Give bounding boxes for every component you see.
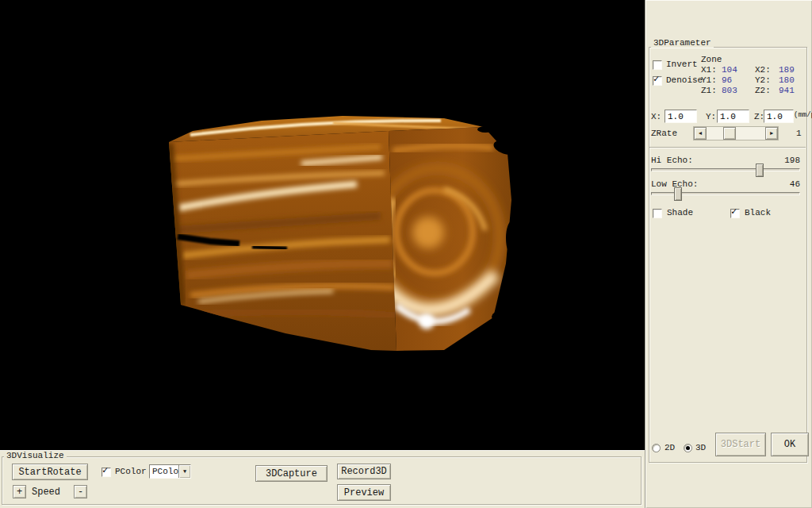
zone-z1-label: Z1: (701, 86, 717, 95)
zone-y2-label: Y2: (755, 75, 771, 85)
black-label: Black (745, 208, 771, 217)
checkmark-icon: ✓ (731, 207, 737, 217)
record3d-button[interactable]: Record3D (337, 464, 391, 479)
scale-x-label: X: (651, 112, 661, 121)
zone-z2-label: Z2: (755, 86, 771, 95)
scale-z-input[interactable] (764, 110, 794, 123)
zone-y1-value: 96 (722, 75, 732, 85)
visualize-panel: 3DVisualize StartRotate + Speed - ✓ PCol… (0, 450, 645, 508)
zone-label: Zone (701, 55, 722, 64)
zrate-scrollbar[interactable]: ◄ ► (693, 126, 779, 140)
hi-echo-value: 198 (764, 156, 800, 165)
invert-label: Invert (666, 60, 698, 69)
scale-y-label: Y: (706, 112, 716, 121)
zrate-scroll-thumb[interactable] (723, 127, 736, 140)
invert-checkbox[interactable] (653, 60, 662, 70)
black-checkbox[interactable]: ✓ (730, 209, 740, 218)
speed-minus-button[interactable]: - (74, 485, 87, 498)
dropdown-arrow-icon[interactable]: ▼ (178, 465, 190, 478)
parameter-group-title: 3DParameter (651, 38, 714, 48)
checkmark-icon: ✓ (102, 466, 108, 475)
start-rotate-button[interactable]: StartRotate (12, 464, 88, 480)
3d-viewport[interactable] (0, 0, 645, 450)
checkmark-icon: ✓ (653, 75, 659, 84)
zone-y2-value: 180 (779, 75, 795, 85)
denoise-checkbox[interactable]: ✓ (653, 76, 662, 86)
pcolor-checkbox[interactable]: ✓ (102, 468, 111, 477)
mode-2d-label: 2D (665, 443, 675, 452)
pcolor-label: PColor (115, 467, 147, 476)
shade-label: Shade (667, 208, 693, 217)
zone-x2-value: 189 (779, 65, 795, 75)
zone-z1-value: 803 (722, 86, 737, 95)
mode-2d-radio[interactable] (652, 444, 661, 452)
scale-y-input[interactable] (717, 110, 749, 123)
low-echo-slider-thumb[interactable] (674, 187, 682, 201)
speed-plus-button[interactable]: + (13, 485, 26, 498)
scroll-right-icon[interactable]: ► (765, 127, 778, 140)
mode-3d-radio[interactable] (684, 444, 692, 452)
hi-echo-slider-thumb[interactable] (756, 164, 764, 177)
low-echo-value: 46 (764, 179, 800, 189)
zone-x2-label: X2: (755, 65, 771, 75)
zone-z2-value: 941 (779, 86, 795, 95)
zone-y1-label: Y1: (701, 75, 717, 85)
hi-echo-slider[interactable] (651, 168, 800, 171)
ok-button[interactable]: OK (771, 433, 809, 456)
parameter-panel: 3DParameter Invert ✓ Denoise Zone X1: 10… (645, 0, 812, 508)
scroll-left-icon[interactable]: ◄ (694, 127, 707, 140)
zone-x1-value: 104 (722, 65, 737, 75)
zone-x1-label: X1: (701, 65, 717, 75)
visualize-group-title: 3DVisualize (4, 451, 67, 460)
preview-button[interactable]: Preview (337, 484, 391, 501)
scale-x-input[interactable] (665, 110, 697, 123)
separator-line (649, 147, 806, 148)
shade-checkbox[interactable] (653, 209, 662, 218)
speed-label: Speed (32, 487, 60, 498)
zrate-value: 1 (796, 129, 802, 138)
low-echo-slider[interactable] (651, 192, 800, 195)
ultrasound-volume-render (0, 0, 645, 450)
3dstart-button[interactable]: 3DStart (715, 433, 766, 456)
mode-3d-label: 3D (695, 443, 706, 452)
pcolor-select[interactable]: PColor ▼ (149, 464, 191, 479)
app-window: 3DParameter Invert ✓ Denoise Zone X1: 10… (0, 0, 812, 508)
zrate-label: ZRate (651, 129, 677, 138)
denoise-label: Denoise (666, 75, 703, 85)
3dcapture-button[interactable]: 3DCapture (255, 465, 327, 482)
scale-unit-label: (mm/p) (794, 111, 812, 119)
hi-echo-label: Hi Echo: (651, 156, 693, 165)
